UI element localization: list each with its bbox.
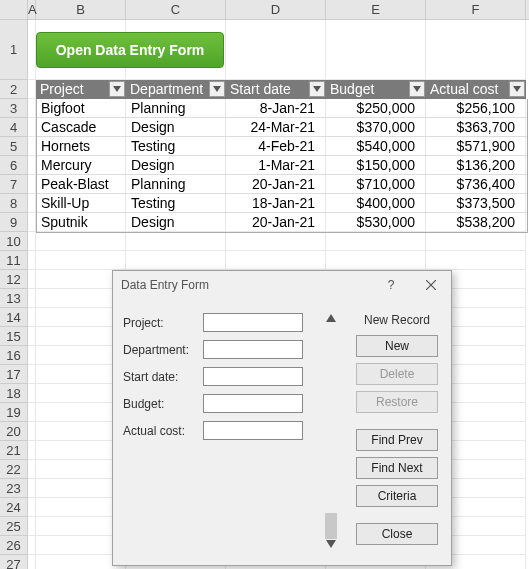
- cell[interactable]: Mercury: [37, 156, 127, 174]
- close-button[interactable]: Close: [356, 523, 438, 545]
- cell[interactable]: Planning: [127, 99, 227, 117]
- input-budget[interactable]: [203, 394, 303, 413]
- row-header-26[interactable]: 26: [0, 536, 28, 555]
- row-header-8[interactable]: 8: [0, 194, 28, 213]
- cell[interactable]: Design: [127, 118, 227, 136]
- cell[interactable]: 20-Jan-21: [227, 213, 327, 232]
- cell[interactable]: $250,000: [327, 99, 427, 117]
- dialog-close-button[interactable]: [411, 271, 451, 299]
- new-button[interactable]: New: [356, 335, 438, 357]
- cell[interactable]: $571,900: [427, 137, 527, 155]
- row-header-6[interactable]: 6: [0, 156, 28, 175]
- col-header-F[interactable]: F: [426, 0, 526, 19]
- open-data-entry-form-button[interactable]: Open Data Entry Form: [36, 32, 224, 68]
- cell[interactable]: Planning: [127, 175, 227, 193]
- cell[interactable]: 4-Feb-21: [227, 137, 327, 155]
- scroll-down-icon[interactable]: [326, 539, 336, 553]
- table-row[interactable]: CascadeDesign24-Mar-21$370,000$363,700: [37, 118, 527, 137]
- input-department[interactable]: [203, 340, 303, 359]
- cell[interactable]: $363,700: [427, 118, 527, 136]
- row-header-4[interactable]: 4: [0, 118, 28, 137]
- table-row[interactable]: Skill-UpTesting18-Jan-21$400,000$373,500: [37, 194, 527, 213]
- cell[interactable]: $373,500: [427, 194, 527, 212]
- col-header-D[interactable]: D: [226, 0, 326, 19]
- cell[interactable]: 24-Mar-21: [227, 118, 327, 136]
- row-header-11[interactable]: 11: [0, 251, 28, 270]
- cell[interactable]: Testing: [127, 194, 227, 212]
- dialog-titlebar[interactable]: Data Entry Form ?: [113, 271, 451, 299]
- row-header-12[interactable]: 12: [0, 270, 28, 289]
- cell[interactable]: Peak-Blast: [37, 175, 127, 193]
- row-header-7[interactable]: 7: [0, 175, 28, 194]
- row-header-14[interactable]: 14: [0, 308, 28, 327]
- col-header-C[interactable]: C: [126, 0, 226, 19]
- cell[interactable]: Testing: [127, 137, 227, 155]
- cell[interactable]: Cascade: [37, 118, 127, 136]
- criteria-button[interactable]: Criteria: [356, 485, 438, 507]
- row-header-5[interactable]: 5: [0, 137, 28, 156]
- cell[interactable]: Hornets: [37, 137, 127, 155]
- cell[interactable]: Sputnik: [37, 213, 127, 232]
- cell[interactable]: $256,100: [427, 99, 527, 117]
- row-header-3[interactable]: 3: [0, 99, 28, 118]
- cell[interactable]: $530,000: [327, 213, 427, 232]
- filter-button-actual-cost[interactable]: [509, 81, 525, 97]
- cell[interactable]: 8-Jan-21: [227, 99, 327, 117]
- select-all-cell[interactable]: [0, 0, 28, 19]
- col-header-E[interactable]: E: [326, 0, 426, 19]
- table-row[interactable]: BigfootPlanning8-Jan-21$250,000$256,100: [37, 99, 527, 118]
- row-header-25[interactable]: 25: [0, 517, 28, 536]
- cell[interactable]: $538,200: [427, 213, 527, 232]
- row-header-18[interactable]: 18: [0, 384, 28, 403]
- row-header-15[interactable]: 15: [0, 327, 28, 346]
- find-prev-button[interactable]: Find Prev: [356, 429, 438, 451]
- row-header-23[interactable]: 23: [0, 479, 28, 498]
- cell[interactable]: $150,000: [327, 156, 427, 174]
- row-header-20[interactable]: 20: [0, 422, 28, 441]
- cell[interactable]: 20-Jan-21: [227, 175, 327, 193]
- cell[interactable]: 1-Mar-21: [227, 156, 327, 174]
- row-header-21[interactable]: 21: [0, 441, 28, 460]
- filter-button-project[interactable]: [109, 81, 125, 97]
- scroll-thumb[interactable]: [325, 513, 337, 539]
- filter-button-budget[interactable]: [409, 81, 425, 97]
- cell[interactable]: Design: [127, 156, 227, 174]
- find-next-button[interactable]: Find Next: [356, 457, 438, 479]
- cell[interactable]: Design: [127, 213, 227, 232]
- col-header-A[interactable]: A: [28, 0, 36, 19]
- row-header-19[interactable]: 19: [0, 403, 28, 422]
- input-actual-cost[interactable]: [203, 421, 303, 440]
- row-header-2[interactable]: 2: [0, 80, 28, 99]
- scroll-track[interactable]: [325, 327, 337, 539]
- input-project[interactable]: [203, 313, 303, 332]
- scroll-up-icon[interactable]: [326, 313, 336, 327]
- row-header-1[interactable]: 1: [0, 20, 28, 80]
- table-row[interactable]: Peak-BlastPlanning20-Jan-21$710,000$736,…: [37, 175, 527, 194]
- table-row[interactable]: MercuryDesign1-Mar-21$150,000$136,200: [37, 156, 527, 175]
- row-header-10[interactable]: 10: [0, 232, 28, 251]
- input-start-date[interactable]: [203, 367, 303, 386]
- row-header-24[interactable]: 24: [0, 498, 28, 517]
- table-row[interactable]: HornetsTesting4-Feb-21$540,000$571,900: [37, 137, 527, 156]
- filter-button-start-date[interactable]: [309, 81, 325, 97]
- col-header-B[interactable]: B: [36, 0, 126, 19]
- filter-button-department[interactable]: [209, 81, 225, 97]
- dialog-help-button[interactable]: ?: [371, 271, 411, 299]
- row-header-16[interactable]: 16: [0, 346, 28, 365]
- cell[interactable]: Skill-Up: [37, 194, 127, 212]
- row-header-17[interactable]: 17: [0, 365, 28, 384]
- record-scrollbar[interactable]: [323, 313, 339, 553]
- cell[interactable]: $736,400: [427, 175, 527, 193]
- cell[interactable]: $710,000: [327, 175, 427, 193]
- table-row[interactable]: SputnikDesign20-Jan-21$530,000$538,200: [37, 213, 527, 232]
- row-header-9[interactable]: 9: [0, 213, 28, 232]
- cell[interactable]: $540,000: [327, 137, 427, 155]
- cell[interactable]: 18-Jan-21: [227, 194, 327, 212]
- cell[interactable]: $400,000: [327, 194, 427, 212]
- cell[interactable]: $370,000: [327, 118, 427, 136]
- cell[interactable]: Bigfoot: [37, 99, 127, 117]
- cell[interactable]: $136,200: [427, 156, 527, 174]
- row-header-27[interactable]: 27: [0, 555, 28, 569]
- row-header-13[interactable]: 13: [0, 289, 28, 308]
- row-header-22[interactable]: 22: [0, 460, 28, 479]
